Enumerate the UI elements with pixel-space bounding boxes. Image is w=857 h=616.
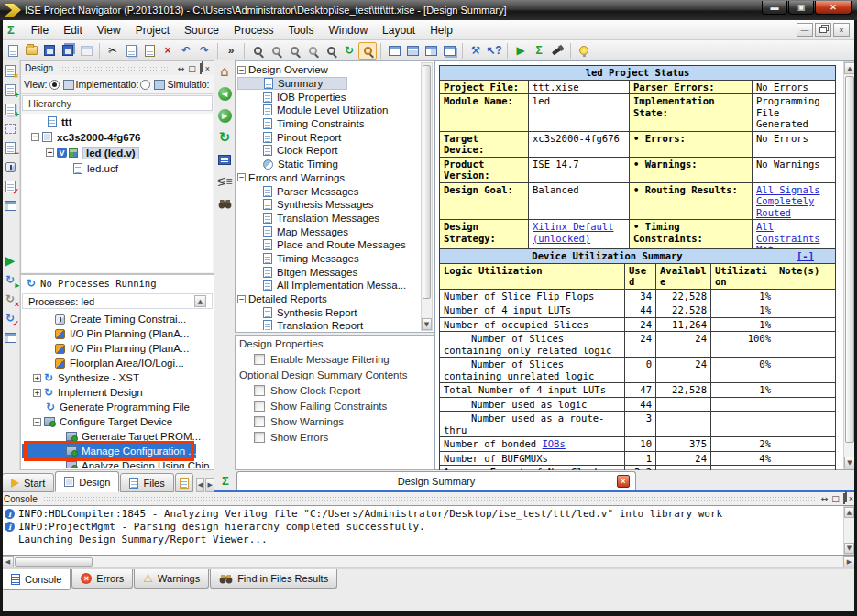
menu-file[interactable]: File [24,21,56,39]
overview-item-iob-properties[interactable]: IOB Properties [237,90,420,104]
overview-item-parser-messages[interactable]: Parser Messages [237,184,420,198]
overview-item-pinout-report[interactable]: Pinout Report [237,130,420,144]
tree-node-device[interactable]: − xc3s2000-4fg676 [22,129,213,145]
collapse-icon[interactable]: − [33,418,41,426]
scroll-left-icon[interactable]: ◀ [2,556,14,567]
overview-item-all-implementation-messages[interactable]: All Implementation Messa... [237,279,420,292]
find-icon[interactable] [216,195,233,212]
expand-icon[interactable]: + [33,374,41,382]
scrollbar-thumb[interactable] [845,76,854,443]
process-io-pin-planning-1[interactable]: I/O Pin Planning (PlanA... [22,326,213,341]
tab-console[interactable]: Console [2,569,71,590]
scroll-up-icon[interactable]: ▲ [844,507,854,518]
maximize-button[interactable]: ▣ [788,1,814,15]
paste-icon[interactable] [140,42,159,60]
maximize-panel-icon[interactable]: □ [831,494,840,503]
menu-help[interactable]: Help [423,21,460,39]
processes-header[interactable]: Processes: led ▲ [22,293,213,309]
iobs-link[interactable]: IOBs [542,438,565,449]
menu-layout[interactable]: Layout [375,21,423,39]
process-floorplan[interactable]: Floorplan Area/IO/Logi... [22,356,213,370]
undo-icon[interactable]: ↶ [177,42,195,60]
process-view-column-icon[interactable] [1,328,19,346]
run-icon[interactable]: ▶ [511,42,530,60]
tab-design[interactable]: Design [55,471,119,492]
context-help-icon[interactable]: ↖? [485,42,503,60]
float-icon[interactable]: ↔ [178,64,185,73]
overview-item-translation-messages[interactable]: Translation Messages [237,212,420,226]
tab-files[interactable]: Files [120,473,173,492]
menu-edit[interactable]: Edit [56,21,90,39]
collapse-table-link[interactable]: [-] [797,250,814,261]
cascade-windows-icon[interactable] [440,42,458,60]
refresh-view-icon[interactable]: ↻ [340,42,358,60]
hierarchy-header[interactable]: Hierarchy [22,95,213,111]
restore-panel-icon[interactable] [200,64,202,73]
design-strategy-link[interactable]: Xilinx Default (unlocked) [533,221,614,244]
checkbox-icon[interactable] [254,432,265,443]
redo-icon[interactable]: ↷ [195,42,214,60]
new-source-icon[interactable]: ✶ [1,61,19,80]
pan-tool-icon[interactable] [358,42,377,60]
mdi-restore-button[interactable] [815,23,831,37]
option-show-errors[interactable]: Show Errors [236,429,434,445]
tab-find-in-files[interactable]: Find in Files Results [210,569,337,588]
save-all-icon[interactable] [59,42,77,60]
settings-wrench-icon[interactable]: ⚒ [467,42,485,60]
scrollbar-thumb[interactable] [423,65,431,299]
create-symbol-icon[interactable] [1,119,19,138]
tab-warnings[interactable]: ⚠Warnings [134,569,209,588]
back-icon[interactable]: ◀ [216,85,233,102]
simulation-radio[interactable] [140,80,150,90]
close-panel-icon[interactable]: × [849,494,853,503]
home-icon[interactable]: ⌂ [216,63,233,80]
overview-item-timing-constraints[interactable]: Timing Constraints [237,117,420,131]
close-button[interactable]: ✕ [815,1,852,15]
menu-tools[interactable]: Tools [280,21,321,39]
save-icon[interactable] [40,42,59,60]
rtl-viewer-icon[interactable] [216,151,233,168]
open-project-icon[interactable] [22,42,40,60]
close-tab-icon[interactable]: × [617,475,630,488]
zoom-selection-icon[interactable] [322,42,340,60]
overview-item-summary[interactable]: Summary [237,77,347,91]
maximize-panel-icon[interactable]: □ [188,64,196,73]
cut-icon[interactable]: ✂ [104,42,122,60]
process-synthesize[interactable]: +↻Synthesize - XST [22,370,213,385]
menu-source[interactable]: Source [177,21,226,39]
overview-scrollbar[interactable]: ▼ [421,62,433,331]
stop-process-icon[interactable]: ↻× [1,290,19,308]
process-io-pin-planning-2[interactable]: I/O Pin Planning (PlanA... [22,341,213,356]
toolbar-overflow-chevron[interactable]: » [222,42,240,60]
tab-design-summary[interactable]: Design Summary × [236,471,636,490]
zoom-in-icon[interactable] [248,42,267,60]
forward-icon[interactable]: ▶ [216,107,233,124]
menu-view[interactable]: View [90,21,128,39]
close-panel-icon[interactable]: × [205,64,210,73]
add-source-icon[interactable]: + [1,81,19,99]
overview-item-map-messages[interactable]: Map Messages [237,225,420,238]
split-horizontal-icon[interactable] [403,42,422,60]
overview-item-timing-messages[interactable]: Timing Messages [237,252,420,266]
restore-panel-icon[interactable] [843,494,845,503]
overview-item-bitgen-messages[interactable]: Bitgen Messages [237,265,420,279]
split-vertical-icon[interactable] [422,42,440,60]
mdi-close-button[interactable]: × [833,23,850,37]
float-icon[interactable]: ↔ [821,494,829,503]
overview-section-design-overview[interactable]: −Design Overview [237,63,420,77]
copy-icon[interactable] [122,42,140,60]
overview-section-detailed-reports[interactable]: −Detailed Reports [237,292,420,306]
scroll-down-icon[interactable]: ▼ [422,318,432,330]
scroll-up-icon[interactable]: ▲ [194,295,206,307]
collapse-expander[interactable]: − [31,133,39,141]
new-file-icon[interactable] [4,42,22,60]
delete-icon[interactable]: × [159,42,177,60]
collapse-expander[interactable]: − [46,148,54,157]
tab-scroll-left-icon[interactable]: ◀ [196,478,205,492]
overview-item-translation-report[interactable]: Translation Report [237,319,420,330]
checkbox-icon[interactable] [254,385,265,396]
option-show-failing-constraints[interactable]: Show Failing Constraints [236,398,434,413]
scrollbar-thumb[interactable] [15,557,93,566]
expand-all-icon[interactable]: ≶≡ [216,173,233,190]
design-check-icon[interactable]: ✓ [1,177,19,195]
